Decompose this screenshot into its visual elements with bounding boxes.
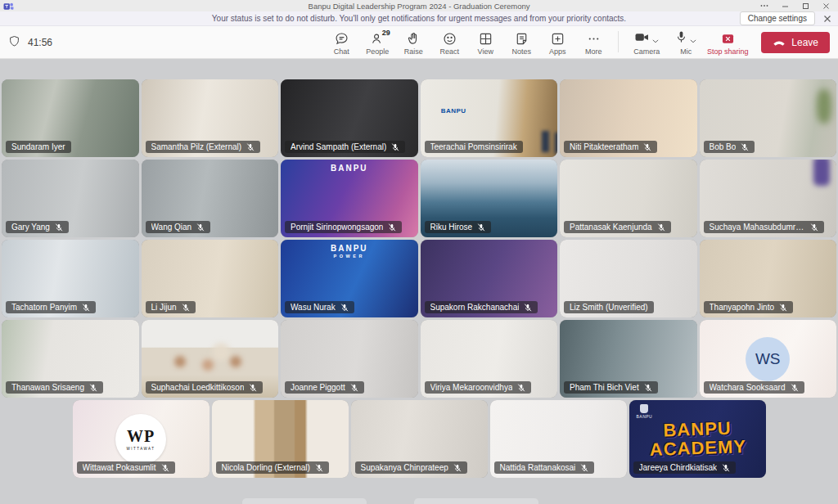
participant-name: Riku Hirose <box>430 223 473 232</box>
change-settings-button[interactable]: Change settings <box>740 11 815 25</box>
participant-tile[interactable]: Thanyapohn Jinto <box>700 240 837 317</box>
participant-tile[interactable]: Samantha Pilz (External) <box>142 79 279 157</box>
brand-overlay: BANPU <box>281 164 418 173</box>
participant-tile[interactable]: Arvind Sampath (External) <box>281 79 418 157</box>
participant-tile[interactable]: Pattanasak Kaenjunda <box>560 160 697 237</box>
stop-sharing-button[interactable]: Stop sharing <box>704 29 751 56</box>
participant-tile[interactable]: Supakanya Chinprateep <box>351 400 488 478</box>
participant-name-pill: Jareeya Chirdkiatisak <box>633 461 737 474</box>
camera-button[interactable]: Camera <box>625 29 668 56</box>
video-stage: Sundaram Iyer Samantha Pilz (External) A… <box>0 59 838 504</box>
camera-icon <box>634 31 650 47</box>
participant-tile[interactable]: WS Watchara Sooksaard <box>700 320 837 398</box>
view-grid-icon <box>478 31 493 47</box>
mic-muted-icon <box>741 143 749 151</box>
view-button[interactable]: View <box>467 29 503 56</box>
participant-name-pill: Wang Qian <box>146 221 211 233</box>
participant-tile[interactable]: Suphachai Loedkittikoson <box>142 320 279 398</box>
participant-name-pill: Nicola Dorling (External) <box>216 461 329 474</box>
mic-muted-icon <box>161 464 169 472</box>
react-button[interactable]: React <box>431 29 467 56</box>
participant-name: Teerachai Pomsinsirirak <box>430 142 517 151</box>
window-more-icon[interactable] <box>760 2 768 10</box>
mic-chevron-icon[interactable] <box>690 32 696 47</box>
leave-button[interactable]: Leave <box>761 32 830 53</box>
participant-tile[interactable]: Niti Pitakteeratham <box>560 79 697 157</box>
apps-button[interactable]: Apps <box>539 29 575 56</box>
participant-tile[interactable]: Nicola Dorling (External) <box>212 400 349 478</box>
mic-muted-icon <box>722 464 730 472</box>
participant-tile[interactable]: Tachatorn Panyim <box>2 240 139 317</box>
mic-muted-icon <box>249 384 257 392</box>
banpu-wall-logo: BANPU <box>441 107 466 115</box>
participant-tile[interactable]: Li Jijun <box>142 240 279 317</box>
participant-tile[interactable]: Sundaram Iyer <box>2 79 139 157</box>
participant-name: Joanne Piggott <box>291 383 345 392</box>
participant-name-pill: Li Jijun <box>146 301 196 313</box>
video-grid-last-row: WPWITTAWAT Wittawat Pokasumlit Nicola Do… <box>0 400 838 478</box>
participant-tile[interactable]: Joanne Piggott <box>281 320 418 398</box>
window-minimize-icon[interactable] <box>782 2 789 10</box>
notification-close-icon[interactable] <box>823 15 831 23</box>
participant-name-pill: Supakanya Chinprateep <box>355 461 467 474</box>
notes-button[interactable]: Notes <box>503 29 539 56</box>
avatar-initials: WPWITTAWAT <box>115 414 166 465</box>
more-button[interactable]: More <box>575 29 611 56</box>
raise-hand-button[interactable]: Raise <box>395 29 431 56</box>
participant-name-pill: Liz Smith (Unverified) <box>564 301 654 313</box>
participant-name: Pham Thi Bich Viet <box>570 383 639 392</box>
dnd-notification-bar: Your status is set to do not disturb. Yo… <box>0 11 838 26</box>
mic-muted-icon <box>779 304 787 312</box>
participant-tile[interactable]: Pham Thi Bich Viet <box>560 320 697 398</box>
stop-sharing-icon <box>721 31 735 47</box>
participant-tile[interactable]: Bob Bo <box>700 79 837 157</box>
mic-muted-icon <box>580 464 588 472</box>
camera-chevron-icon[interactable] <box>652 32 659 47</box>
participant-tile[interactable]: BANPUPOWER Wasu Nurak <box>281 240 418 317</box>
participant-name-pill: Tachatorn Panyim <box>6 301 96 313</box>
participant-name: Sundaram Iyer <box>11 142 65 151</box>
participant-name-pill: Niti Pitakteeratham <box>564 141 657 153</box>
participant-name: Wasu Nurak <box>291 303 336 312</box>
participant-tile[interactable]: Suchaya Mahasubdumrong <box>700 160 837 237</box>
participant-tile[interactable]: BANPU Teerachai Pomsinsirirak <box>421 79 558 157</box>
teams-logo-icon <box>3 2 14 11</box>
people-button[interactable]: 29 People <box>359 29 395 56</box>
window-maximize-icon[interactable] <box>802 2 809 10</box>
participant-tile[interactable]: Liz Smith (Unverified) <box>560 240 697 317</box>
participant-name-pill: Supakorn Rakchanachai <box>425 301 538 313</box>
participant-tile[interactable]: Gary Yang <box>2 160 139 237</box>
window-close-icon[interactable] <box>822 2 830 10</box>
people-count-badge: 29 <box>382 29 390 37</box>
participant-name-pill: Samantha Pilz (External) <box>146 141 261 153</box>
participant-tile[interactable]: WPWITTAWAT Wittawat Pokasumlit <box>73 400 210 478</box>
mic-muted-icon <box>391 143 399 151</box>
participant-tile[interactable]: Wang Qian <box>142 160 279 237</box>
mic-muted-icon <box>810 223 818 232</box>
apps-icon <box>550 31 565 47</box>
avatar-initials: WS <box>746 337 790 381</box>
dnd-notification-text: Your status is set to do not disturb. Yo… <box>0 14 838 23</box>
participant-name: Pornjit Sirinopwongsagon <box>291 223 383 232</box>
participant-tile[interactable]: BANPU Pornjit Sirinopwongsagon <box>281 160 418 237</box>
participant-tile[interactable]: Nattida Rattanakosai <box>490 400 627 478</box>
participant-tile[interactable]: Supakorn Rakchanachai <box>421 240 558 317</box>
toolbar-divider <box>618 31 619 52</box>
participant-name-pill: Suphachai Loedkittikoson <box>146 381 264 394</box>
mic-button[interactable]: Mic <box>668 29 704 56</box>
participant-name: Arvind Sampath (External) <box>291 142 386 151</box>
chat-button[interactable]: Chat <box>323 29 359 56</box>
participant-tile[interactable]: BANPUACADEMY BANPU Jareeya Chirdkiatisak <box>629 400 766 478</box>
participant-name: Li Jijun <box>151 303 177 312</box>
participant-name: Suchaya Mahasubdumrong <box>710 223 805 232</box>
participant-name-pill: Arvind Sampath (External) <box>285 141 405 153</box>
participant-name: Supakorn Rakchanachai <box>430 303 520 312</box>
raise-hand-icon <box>406 31 421 47</box>
chat-icon <box>334 31 349 47</box>
participant-tile[interactable]: Riku Hirose <box>421 160 558 237</box>
participant-name: Supakanya Chinprateep <box>361 463 448 472</box>
participant-tile[interactable]: Thanawan Srisaeng <box>2 320 139 398</box>
leave-phone-icon <box>773 37 786 48</box>
participant-name: Wang Qian <box>151 223 192 232</box>
participant-tile[interactable]: Viriya Mekaroonvidhya <box>421 320 558 398</box>
